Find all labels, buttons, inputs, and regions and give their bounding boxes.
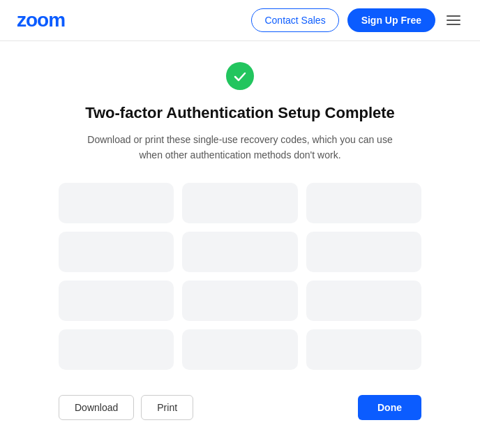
- code-cell-8: [182, 281, 297, 321]
- success-icon: [226, 62, 254, 90]
- code-cell-11: [182, 329, 297, 370]
- download-button[interactable]: Download: [59, 395, 134, 420]
- contact-sales-button[interactable]: Contact Sales: [251, 8, 338, 32]
- code-cell-12: [306, 329, 421, 370]
- header-right: Contact Sales Sign Up Free: [251, 8, 463, 32]
- footer-left: Download Print: [59, 395, 193, 420]
- code-cell-4: [59, 232, 174, 272]
- main-content: Two-factor Authentication Setup Complete…: [0, 41, 480, 448]
- code-cell-1: [59, 183, 174, 223]
- code-cell-5: [182, 232, 297, 272]
- codes-grid: [59, 183, 421, 370]
- print-button[interactable]: Print: [141, 395, 193, 420]
- footer-buttons: Download Print Done: [59, 395, 421, 420]
- logo: zoom: [17, 9, 65, 31]
- code-cell-3: [306, 183, 421, 223]
- menu-icon[interactable]: [444, 13, 463, 28]
- code-cell-10: [59, 329, 174, 370]
- code-cell-7: [59, 281, 174, 321]
- code-cell-6: [306, 232, 421, 272]
- page-title: Two-factor Authentication Setup Complete: [85, 104, 395, 122]
- page-description: Download or print these single-use recov…: [80, 132, 400, 163]
- code-cell-9: [306, 281, 421, 321]
- signup-button[interactable]: Sign Up Free: [347, 8, 435, 32]
- header: zoom Contact Sales Sign Up Free: [0, 0, 480, 41]
- code-cell-2: [182, 183, 297, 223]
- done-button[interactable]: Done: [358, 395, 421, 420]
